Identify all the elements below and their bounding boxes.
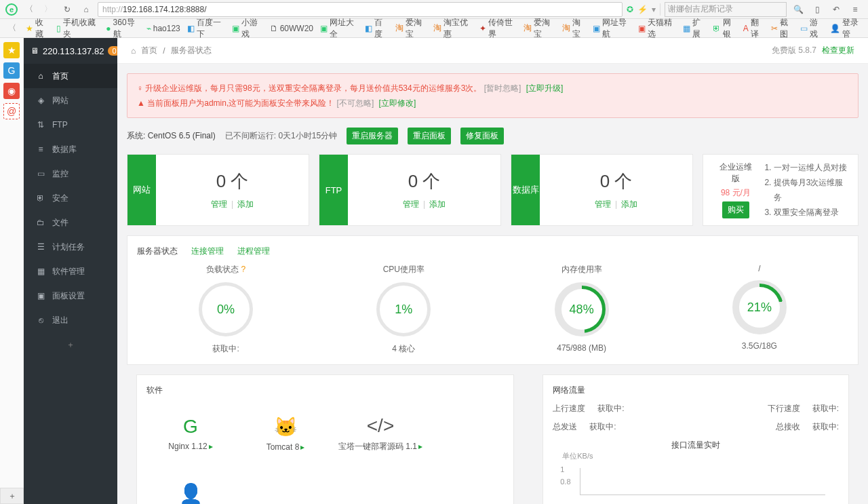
db-add[interactable]: 添加 (621, 199, 637, 209)
home-icon[interactable]: ⌂ (131, 46, 136, 56)
restart-panel-button[interactable]: 重启面板 (408, 128, 451, 144)
uptime-label: 已不间断运行: 0天1小时15分钟 (225, 130, 337, 142)
card-ftp: FTP 0 个 管理|添加 (319, 154, 501, 226)
mobile-icon[interactable]: ▯ (810, 2, 825, 17)
proc-manage[interactable]: 进程管理 (237, 246, 270, 257)
gutter-weibo[interactable]: ◉ (3, 83, 20, 99)
menu-icon[interactable]: ≡ (848, 2, 863, 17)
nav-soft[interactable]: ▦软件管理 (24, 259, 117, 284)
ftp-manage[interactable]: 管理 (403, 199, 419, 209)
nav-ftp[interactable]: ⇅FTP (24, 113, 117, 137)
nav-security[interactable]: ⛨安全 (24, 186, 117, 210)
restart-server-button[interactable]: 重启服务器 (347, 128, 398, 144)
network-panel: 网络流量 上行速度 获取中:下行速度 获取中: 总发送 获取中:总接收 获取中:… (542, 374, 849, 504)
soft-ops[interactable]: 👤宝塔运维 1.0▸ (146, 471, 235, 504)
tomcat-icon: 🐱 (274, 416, 298, 438)
soft-tomcat[interactable]: 🐱Tomcat 8▸ (241, 403, 330, 464)
nav-files[interactable]: 🗀文件 (24, 210, 117, 235)
nav-cron[interactable]: ☰计划任务 (24, 235, 117, 259)
ftp-add[interactable]: 添加 (429, 199, 446, 209)
left-gutter: ★ G ◉ @ (0, 38, 24, 504)
monitor-icon: 🖥 (31, 46, 39, 56)
forward-button[interactable]: 〉 (41, 2, 56, 17)
db-manage[interactable]: 管理 (595, 199, 611, 209)
home-button[interactable]: ⌂ (79, 2, 94, 17)
dropdown-icon[interactable]: ▾ (652, 5, 656, 14)
server-ip: 220.113.137.82 (43, 46, 104, 56)
buy-button[interactable]: 购买 (722, 201, 749, 218)
upgrade-link[interactable]: [立即升级] (526, 83, 564, 93)
search-input[interactable]: 谢娜创吉尼斯记录 (665, 2, 787, 17)
sidebar: 🖥 220.113.137.82 0 ⌂首页 ◈网站 ⇅FTP ≡数据库 ▭监控… (24, 38, 117, 504)
reload-button[interactable]: ↻ (60, 2, 75, 17)
back-button[interactable]: 〈 (22, 2, 37, 17)
nav-db[interactable]: ≡数据库 (24, 137, 117, 161)
gutter-at[interactable]: @ (3, 103, 20, 119)
nginx-icon: G (183, 416, 198, 438)
code-icon: </> (367, 415, 394, 437)
card-site: 网站 0 个 管理|添加 (127, 154, 309, 226)
bookmark-prev[interactable]: 〈 (5, 21, 19, 36)
conn-manage[interactable]: 连接管理 (191, 246, 224, 257)
fix-admin-link[interactable]: [立即修改] (379, 98, 416, 108)
check-update[interactable]: 检查更新 (822, 45, 854, 56)
crumb-current: 服务器状态 (171, 45, 212, 56)
nav-settings[interactable]: ▣面板设置 (24, 284, 117, 308)
status-panel: 服务器状态 连接管理 进程管理 负载状态 ?0%获取中: CPU使用率1%4 核… (127, 235, 859, 365)
flash-icon[interactable]: ⚡ (637, 5, 648, 14)
nav-logout[interactable]: ⎋退出 (24, 308, 117, 332)
version-label: 免费版 5.8.7 (772, 45, 816, 56)
crumb-home[interactable]: 首页 (141, 45, 157, 56)
ops-icon: 👤 (179, 482, 203, 504)
search-button[interactable]: 🔍 (791, 2, 806, 17)
soft-deploy[interactable]: </>宝塔一键部署源码 1.1▸ (336, 403, 425, 464)
software-panel: 软件 GNginx 1.12▸ 🐱Tomcat 8▸ </>宝塔一键部署源码 1… (136, 374, 514, 504)
nav-monitor[interactable]: ▭监控 (24, 161, 117, 186)
site-add[interactable]: 添加 (237, 199, 254, 209)
url-bar[interactable]: http:// 192.168.174.128 :8888/ (98, 2, 623, 17)
undo-icon[interactable]: ↶ (829, 2, 844, 17)
card-db: 数据库 0 个 管理|添加 (511, 154, 693, 226)
bookmark-bar: 〈 ★收藏 ▯手机收藏夹 ●360导航 ⌁hao123 ◧百度一下 ▣小游戏 🗋… (0, 19, 868, 38)
gutter-star[interactable]: ★ (3, 42, 20, 58)
new-tab[interactable]: ＋ (0, 488, 24, 504)
soft-nginx[interactable]: GNginx 1.12▸ (146, 403, 235, 464)
gutter-doc[interactable]: G (3, 62, 20, 79)
site-manage[interactable]: 管理 (211, 199, 227, 209)
repair-panel-button[interactable]: 修复面板 (460, 128, 504, 144)
main-content: ⌂ 首页 / 服务器状态 免费版 5.8.7 检查更新 ♀ 升级企业运维版，每月… (117, 38, 868, 504)
sidebar-add[interactable]: ＋ (24, 332, 117, 357)
shield-icon[interactable]: ✪ (627, 5, 633, 14)
traffic-chart: 1 0.8 (580, 468, 825, 495)
browser-logo: e (5, 3, 18, 16)
bookmark-fav: ★收藏 (26, 17, 50, 40)
alert-box: ♀ 升级企业运维版，每月只需98元，送双重安全隔离登录，每月送价值共534元的运… (127, 73, 859, 118)
system-label: 系统: CentOS 6.5 (Final) (127, 130, 216, 142)
nav-home[interactable]: ⌂首页 (24, 64, 117, 88)
nav-site[interactable]: ◈网站 (24, 88, 117, 113)
promo-box: 企业运维版 98 元/月 购买 一对一运维人员对接 提供每月3次运维服务 双重安… (703, 154, 859, 226)
